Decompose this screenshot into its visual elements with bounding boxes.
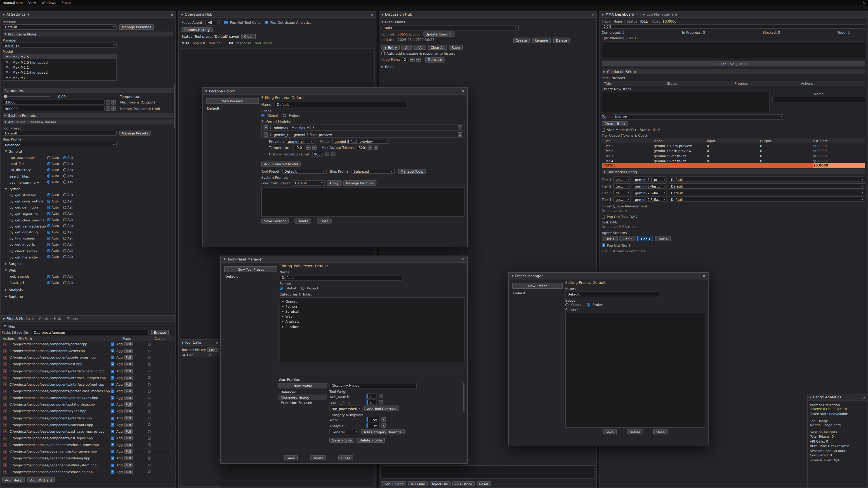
create-discussion-button[interactable]: Create xyxy=(513,38,530,43)
add-category-override-button[interactable]: Add Category Override xyxy=(361,429,405,434)
ask-radio[interactable] xyxy=(63,174,66,178)
ask-radio[interactable] xyxy=(63,249,66,252)
increment-button[interactable]: + xyxy=(111,106,116,111)
discussions-section-header[interactable]: ▼ Discussions xyxy=(381,19,594,24)
slider-knob[interactable] xyxy=(4,95,7,98)
chevron-down-icon[interactable]: ▼ xyxy=(182,341,184,344)
provider-select[interactable]: minimax▾ xyxy=(3,42,117,47)
model-option[interactable]: MiniMax-M2.5-highspeed xyxy=(3,59,116,65)
scope-project-radio[interactable] xyxy=(587,303,590,306)
auto-radio[interactable] xyxy=(47,174,51,178)
full-button[interactable]: Full xyxy=(124,355,133,360)
preset-name-input[interactable]: Default xyxy=(565,292,659,297)
full-button[interactable]: Full xyxy=(124,342,133,347)
full-button[interactable]: Full xyxy=(124,422,133,427)
remove-file-button[interactable]: x xyxy=(3,410,7,413)
track-name-input[interactable] xyxy=(772,97,865,102)
remove-file-button[interactable]: x xyxy=(3,349,7,353)
remove-multiplier-button[interactable]: x xyxy=(381,423,386,428)
remove-file-button[interactable]: x xyxy=(3,429,7,433)
track-description-input[interactable] xyxy=(602,92,770,112)
tier-provider-select[interactable]: gemini▾ xyxy=(613,197,631,202)
full-button[interactable]: Full xyxy=(124,349,133,353)
expand-icon[interactable]: + xyxy=(264,125,268,129)
content-textarea[interactable] xyxy=(565,312,705,427)
add-preferred-model-button[interactable]: Add Preferred Model xyxy=(261,162,301,167)
delete-button[interactable]: Delete xyxy=(310,455,327,460)
remove-file-button[interactable]: x xyxy=(3,342,7,346)
auto-radio[interactable] xyxy=(47,199,51,203)
ask-radio[interactable] xyxy=(63,156,66,159)
ask-radio[interactable] xyxy=(63,275,66,278)
tab-log-management[interactable]: Log Management xyxy=(647,12,677,17)
remove-model-button[interactable]: x xyxy=(458,132,462,137)
preset-name-input[interactable]: Default xyxy=(280,275,403,280)
chevron-down-icon[interactable]: ▼ xyxy=(3,317,5,320)
pop-out-tier3-checkbox[interactable] xyxy=(602,244,605,247)
decrement-button[interactable]: − xyxy=(306,145,310,150)
remove-model-button[interactable]: x xyxy=(458,125,462,129)
scope-global-radio[interactable] xyxy=(565,303,568,306)
ask-radio[interactable] xyxy=(63,230,66,234)
save-button[interactable]: Save xyxy=(603,429,617,434)
ask-radio[interactable] xyxy=(63,181,66,184)
new-profile-button[interactable]: New Profile xyxy=(278,383,327,388)
close-icon[interactable]: ✕ xyxy=(31,317,34,320)
close-icon[interactable]: ✕ xyxy=(216,340,219,344)
menu-project[interactable]: Project xyxy=(61,1,72,4)
composer-button[interactable]: Reset xyxy=(476,481,491,486)
temperature-input[interactable]: -0.0 xyxy=(293,145,304,150)
remove-file-button[interactable]: x xyxy=(3,389,7,393)
agg-checkbox[interactable] xyxy=(111,383,114,386)
pe-tool-preset-select[interactable]: Default▾ xyxy=(282,168,327,174)
model-option[interactable]: MiniMax-M2.1-highspeed xyxy=(3,70,116,75)
decrement-button[interactable]: − xyxy=(106,100,110,105)
tier-preset-select[interactable]: Default▾ xyxy=(669,197,865,202)
tier-preset-select[interactable]: Default▾ xyxy=(669,190,865,195)
scrollbar-thumb[interactable] xyxy=(463,383,464,412)
remove-file-button[interactable]: x xyxy=(3,416,7,420)
agg-checkbox[interactable] xyxy=(111,463,114,467)
category-item[interactable]: ▶Web xyxy=(280,314,464,319)
ask-radio[interactable] xyxy=(63,193,66,197)
save-button[interactable]: Save xyxy=(284,455,298,460)
full-button[interactable]: Full xyxy=(124,429,133,434)
tab-theme[interactable]: Theme xyxy=(67,317,79,321)
files-section-header[interactable]: ▼ Files xyxy=(2,323,174,328)
close-icon[interactable]: ✕ xyxy=(170,12,173,16)
persona-list-item[interactable]: Default xyxy=(206,106,259,111)
auto-radio[interactable] xyxy=(47,249,51,252)
discussion-action-button[interactable]: Clear All xyxy=(428,44,447,50)
full-button[interactable]: Full xyxy=(124,402,133,407)
tool-group-header[interactable]: ▼General xyxy=(3,149,173,154)
auto-radio[interactable] xyxy=(47,162,51,165)
profile-item[interactable]: Discovery-Heavy xyxy=(278,395,327,400)
agg-checkbox[interactable] xyxy=(111,450,114,453)
agg-checkbox[interactable] xyxy=(111,349,114,353)
system-prompts-section-header[interactable]: ▶ System Prompts xyxy=(3,113,173,118)
pop-out-task-dag-checkbox[interactable] xyxy=(602,215,605,218)
category-item[interactable]: ▶Analysis xyxy=(280,319,464,324)
scope-global-radio[interactable] xyxy=(261,113,265,117)
ask-radio[interactable] xyxy=(63,237,66,240)
weight-input[interactable]: 4 xyxy=(366,400,377,405)
tool-group-header[interactable]: ▶Analysis xyxy=(3,287,173,292)
remove-file-button[interactable]: x xyxy=(3,362,7,366)
auto-radio[interactable] xyxy=(47,243,51,246)
full-button[interactable]: Full xyxy=(124,443,133,447)
agg-checkbox[interactable] xyxy=(111,363,114,366)
roles-section-header[interactable]: ▶ Roles xyxy=(381,64,594,69)
remove-file-button[interactable]: x xyxy=(3,423,7,427)
maximize-icon[interactable]: □ xyxy=(855,1,857,4)
full-button[interactable]: Full xyxy=(124,463,133,467)
focus-agent-select[interactable]: All▾ xyxy=(206,20,220,25)
tier-model-select[interactable]: gemini-2.5-flash-lite▾ xyxy=(633,197,667,202)
persona-name-input[interactable]: Default xyxy=(275,102,408,107)
auto-radio[interactable] xyxy=(47,168,51,171)
pop-out-tool-calls-checkbox[interactable] xyxy=(224,21,228,24)
auto-radio[interactable] xyxy=(47,193,51,197)
increment-button[interactable]: + xyxy=(374,145,378,150)
agg-checkbox[interactable] xyxy=(111,396,114,400)
rename-discussion-button[interactable]: Rename xyxy=(532,38,551,43)
create-track-button[interactable]: Create Track xyxy=(602,121,628,126)
